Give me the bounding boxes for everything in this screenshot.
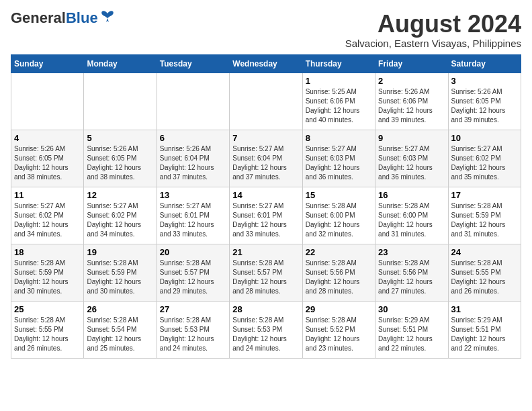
day-number: 3 (451, 76, 518, 86)
day-info: Sunrise: 5:26 AMSunset: 6:05 PMDaylight:… (87, 144, 153, 182)
day-number: 5 (87, 133, 153, 143)
day-info: Sunrise: 5:28 AMSunset: 5:54 PMDaylight:… (87, 316, 153, 353)
calendar-cell: 11Sunrise: 5:27 AMSunset: 6:02 PMDayligh… (11, 187, 84, 244)
calendar-cell: 2Sunrise: 5:26 AMSunset: 6:06 PMDaylight… (375, 73, 448, 130)
calendar-cell: 1Sunrise: 5:25 AMSunset: 6:06 PMDaylight… (302, 73, 375, 130)
calendar-cell (84, 73, 157, 130)
calendar-cell: 24Sunrise: 5:28 AMSunset: 5:55 PMDayligh… (448, 244, 521, 301)
page-header: GeneralBlue August 2024 Salvacion, Easte… (11, 11, 521, 49)
day-number: 31 (451, 304, 518, 314)
day-number: 19 (87, 247, 153, 257)
day-number: 14 (232, 190, 299, 200)
bird-icon (99, 10, 116, 24)
weekday-header-friday: Friday (375, 54, 448, 73)
day-info: Sunrise: 5:28 AMSunset: 5:56 PMDaylight:… (378, 259, 445, 296)
weekday-header-monday: Monday (84, 54, 157, 73)
day-info: Sunrise: 5:27 AMSunset: 6:03 PMDaylight:… (306, 144, 372, 182)
calendar-cell: 9Sunrise: 5:27 AMSunset: 6:03 PMDaylight… (375, 130, 448, 187)
day-info: Sunrise: 5:28 AMSunset: 5:59 PMDaylight:… (14, 259, 81, 296)
day-number: 9 (378, 133, 445, 143)
location: Salvacion, Eastern Visayas, Philippines (345, 38, 521, 49)
day-number: 27 (160, 304, 226, 314)
day-info: Sunrise: 5:28 AMSunset: 5:57 PMDaylight:… (232, 259, 299, 296)
day-info: Sunrise: 5:28 AMSunset: 6:00 PMDaylight:… (306, 201, 372, 239)
day-info: Sunrise: 5:27 AMSunset: 6:04 PMDaylight:… (232, 144, 299, 182)
day-number: 18 (14, 247, 81, 257)
calendar-cell: 4Sunrise: 5:26 AMSunset: 6:05 PMDaylight… (11, 130, 84, 187)
calendar-cell: 20Sunrise: 5:28 AMSunset: 5:57 PMDayligh… (157, 244, 229, 301)
day-number: 22 (306, 247, 372, 257)
day-number: 11 (14, 190, 81, 200)
day-number: 30 (378, 304, 445, 314)
calendar-cell: 21Sunrise: 5:28 AMSunset: 5:57 PMDayligh… (230, 244, 302, 301)
day-number: 24 (451, 247, 518, 257)
logo-general: General (11, 9, 66, 26)
day-number: 20 (160, 247, 226, 257)
weekday-header-saturday: Saturday (448, 54, 521, 73)
day-number: 29 (306, 304, 372, 314)
calendar-cell: 31Sunrise: 5:29 AMSunset: 5:51 PMDayligh… (448, 301, 521, 358)
day-number: 8 (306, 133, 372, 143)
day-number: 13 (160, 190, 226, 200)
day-info: Sunrise: 5:27 AMSunset: 6:03 PMDaylight:… (378, 144, 445, 182)
calendar-cell: 15Sunrise: 5:28 AMSunset: 6:00 PMDayligh… (302, 187, 375, 244)
day-number: 12 (87, 190, 153, 200)
calendar-cell (157, 73, 229, 130)
logo: GeneralBlue (11, 11, 116, 26)
day-number: 28 (232, 304, 299, 314)
day-number: 25 (14, 304, 81, 314)
day-info: Sunrise: 5:29 AMSunset: 5:51 PMDaylight:… (378, 316, 445, 353)
weekday-header-sunday: Sunday (11, 54, 84, 73)
calendar-cell (230, 73, 302, 130)
month-year: August 2024 (345, 11, 521, 38)
day-number: 16 (378, 190, 445, 200)
calendar-cell: 8Sunrise: 5:27 AMSunset: 6:03 PMDaylight… (302, 130, 375, 187)
calendar-cell: 23Sunrise: 5:28 AMSunset: 5:56 PMDayligh… (375, 244, 448, 301)
day-info: Sunrise: 5:26 AMSunset: 6:06 PMDaylight:… (378, 87, 445, 125)
calendar-cell: 12Sunrise: 5:27 AMSunset: 6:02 PMDayligh… (84, 187, 157, 244)
day-info: Sunrise: 5:28 AMSunset: 5:55 PMDaylight:… (14, 316, 81, 353)
calendar-cell: 13Sunrise: 5:27 AMSunset: 6:01 PMDayligh… (157, 187, 229, 244)
day-info: Sunrise: 5:28 AMSunset: 5:59 PMDaylight:… (87, 259, 153, 296)
day-number: 4 (14, 133, 81, 143)
weekday-header-tuesday: Tuesday (157, 54, 229, 73)
calendar-cell: 6Sunrise: 5:26 AMSunset: 6:04 PMDaylight… (157, 130, 229, 187)
day-info: Sunrise: 5:28 AMSunset: 5:52 PMDaylight:… (306, 316, 372, 353)
day-info: Sunrise: 5:29 AMSunset: 5:51 PMDaylight:… (451, 316, 518, 353)
calendar-cell: 17Sunrise: 5:28 AMSunset: 5:59 PMDayligh… (448, 187, 521, 244)
day-info: Sunrise: 5:27 AMSunset: 6:01 PMDaylight:… (160, 201, 226, 239)
day-info: Sunrise: 5:27 AMSunset: 6:01 PMDaylight:… (232, 201, 299, 239)
title-block: August 2024 Salvacion, Eastern Visayas, … (345, 11, 521, 49)
calendar-cell: 28Sunrise: 5:28 AMSunset: 5:53 PMDayligh… (230, 301, 302, 358)
calendar-cell: 26Sunrise: 5:28 AMSunset: 5:54 PMDayligh… (84, 301, 157, 358)
day-number: 26 (87, 304, 153, 314)
calendar-cell: 7Sunrise: 5:27 AMSunset: 6:04 PMDaylight… (230, 130, 302, 187)
calendar-cell: 14Sunrise: 5:27 AMSunset: 6:01 PMDayligh… (230, 187, 302, 244)
day-number: 15 (306, 190, 372, 200)
weekday-header-wednesday: Wednesday (230, 54, 302, 73)
day-info: Sunrise: 5:27 AMSunset: 6:02 PMDaylight:… (451, 144, 518, 182)
day-number: 7 (232, 133, 299, 143)
day-info: Sunrise: 5:28 AMSunset: 5:57 PMDaylight:… (160, 259, 226, 296)
calendar-cell: 27Sunrise: 5:28 AMSunset: 5:53 PMDayligh… (157, 301, 229, 358)
day-info: Sunrise: 5:28 AMSunset: 5:53 PMDaylight:… (232, 316, 299, 353)
logo-blue: Blue (66, 9, 98, 26)
day-info: Sunrise: 5:26 AMSunset: 6:04 PMDaylight:… (160, 144, 226, 182)
calendar-cell: 18Sunrise: 5:28 AMSunset: 5:59 PMDayligh… (11, 244, 84, 301)
calendar-cell: 30Sunrise: 5:29 AMSunset: 5:51 PMDayligh… (375, 301, 448, 358)
calendar-cell: 22Sunrise: 5:28 AMSunset: 5:56 PMDayligh… (302, 244, 375, 301)
day-info: Sunrise: 5:28 AMSunset: 5:55 PMDaylight:… (451, 259, 518, 296)
calendar-cell: 29Sunrise: 5:28 AMSunset: 5:52 PMDayligh… (302, 301, 375, 358)
day-number: 23 (378, 247, 445, 257)
day-info: Sunrise: 5:28 AMSunset: 5:53 PMDaylight:… (160, 316, 226, 353)
day-info: Sunrise: 5:28 AMSunset: 5:56 PMDaylight:… (306, 259, 372, 296)
day-number: 1 (306, 76, 372, 86)
day-info: Sunrise: 5:27 AMSunset: 6:02 PMDaylight:… (87, 201, 153, 239)
day-info: Sunrise: 5:26 AMSunset: 6:05 PMDaylight:… (451, 87, 518, 125)
day-number: 21 (232, 247, 299, 257)
weekday-header-thursday: Thursday (302, 54, 375, 73)
calendar-cell: 16Sunrise: 5:28 AMSunset: 6:00 PMDayligh… (375, 187, 448, 244)
day-info: Sunrise: 5:28 AMSunset: 5:59 PMDaylight:… (451, 201, 518, 239)
day-number: 6 (160, 133, 226, 143)
day-number: 17 (451, 190, 518, 200)
